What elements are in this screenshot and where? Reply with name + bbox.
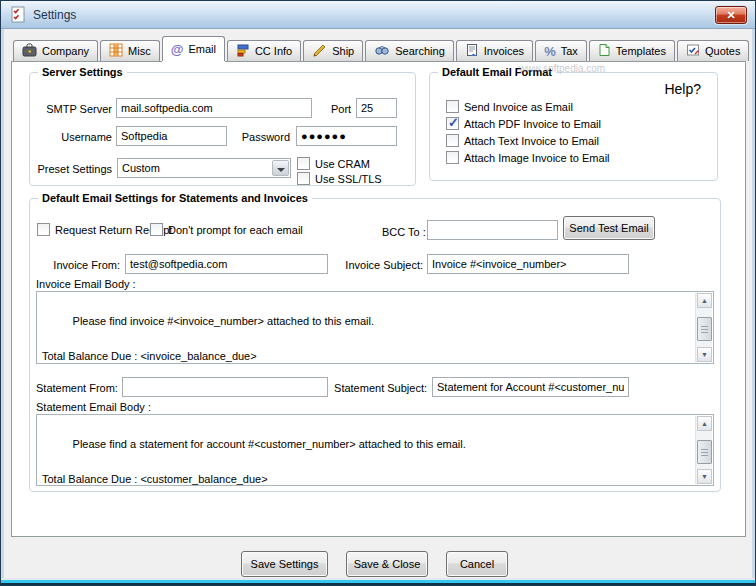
tab-label: Searching xyxy=(395,45,445,57)
use-cram-checkbox[interactable] xyxy=(297,157,310,170)
tab-label: Quotes xyxy=(705,45,740,57)
username-input[interactable] xyxy=(116,126,227,146)
password-input[interactable] xyxy=(296,126,397,146)
dont-prompt-checkbox[interactable] xyxy=(150,223,163,236)
tab-searching[interactable]: Searching xyxy=(365,40,454,61)
smtp-server-input[interactable] xyxy=(116,98,312,118)
close-button[interactable]: ✕ xyxy=(715,6,747,24)
tab-misc[interactable]: Misc xyxy=(100,40,160,61)
attach-pdf-row: Attach PDF Invoice to Email xyxy=(446,117,601,130)
option-label: Attach Text Invoice to Email xyxy=(464,135,599,147)
tab-label: Tax xyxy=(561,45,578,57)
bcc-to-label: BCC To : xyxy=(382,226,426,238)
scroll-up-icon[interactable] xyxy=(697,293,712,308)
tab-label: Company xyxy=(42,45,89,57)
attach-image-checkbox[interactable] xyxy=(446,151,459,164)
attach-text-checkbox[interactable] xyxy=(446,134,459,147)
dont-prompt-row: Don't prompt for each email xyxy=(150,223,303,236)
statement-subject-input[interactable] xyxy=(432,377,629,397)
document-icon xyxy=(598,43,611,59)
dropdown-button[interactable] xyxy=(272,160,289,176)
attach-text-row: Attach Text Invoice to Email xyxy=(446,134,599,147)
server-settings-group: Server Settings SMTP Server Port Usernam… xyxy=(29,72,416,186)
tab-label: Email xyxy=(188,43,216,55)
window-bottom-frame xyxy=(1,578,755,585)
tab-invoices[interactable]: Invoices xyxy=(456,40,533,61)
port-label: Port xyxy=(331,103,351,115)
scroll-down-icon[interactable] xyxy=(697,469,712,484)
statement-subject-label: Statement Subject: xyxy=(332,382,427,394)
invoice-from-label: Invoice From: xyxy=(50,259,120,271)
help-link[interactable]: Help? xyxy=(664,81,701,97)
settings-window: Settings ✕ www.softpedia.com Company Mis… xyxy=(0,0,756,586)
bcc-to-input[interactable] xyxy=(427,220,558,240)
group-title: Server Settings xyxy=(38,66,127,78)
send-invoice-as-email-row: Send Invoice as Email xyxy=(446,100,573,113)
send-invoice-as-email-checkbox[interactable] xyxy=(446,100,459,113)
tab-ship[interactable]: Ship xyxy=(303,40,363,61)
close-icon: ✕ xyxy=(726,9,735,21)
use-ssl-label: Use SSL/TLS xyxy=(315,173,382,185)
preset-settings-label: Preset Settings xyxy=(32,163,112,175)
password-label: Password xyxy=(230,131,290,143)
tab-company[interactable]: Company xyxy=(13,40,98,61)
invoice-from-input[interactable] xyxy=(125,254,328,274)
scroll-down-icon[interactable] xyxy=(697,347,712,362)
option-label: Attach PDF Invoice to Email xyxy=(464,118,601,130)
tab-label: Invoices xyxy=(484,45,524,57)
tab-quotes[interactable]: Quotes xyxy=(677,40,749,61)
cancel-button[interactable]: Cancel xyxy=(446,551,508,577)
send-test-email-button[interactable]: Send Test Email xyxy=(563,216,655,240)
use-cram-row: Use CRAM xyxy=(297,157,370,170)
invoice-email-body-label: Invoice Email Body : xyxy=(36,278,136,290)
binoculars-icon xyxy=(374,43,390,59)
statement-email-body-textarea[interactable]: Please find a statement for account #<cu… xyxy=(36,414,714,486)
invoice-subject-input[interactable] xyxy=(427,254,629,274)
tab-cc-info[interactable]: CC Info xyxy=(227,40,301,61)
invoice-subject-label: Invoice Subject: xyxy=(338,259,423,271)
username-label: Username xyxy=(40,131,112,143)
window-title: Settings xyxy=(33,8,76,22)
port-input[interactable] xyxy=(356,98,397,118)
chevron-down-icon xyxy=(277,168,285,172)
scrollbar-thumb[interactable] xyxy=(697,440,712,464)
scroll-up-icon[interactable] xyxy=(697,416,712,431)
use-ssl-checkbox[interactable] xyxy=(297,172,310,185)
default-email-settings-group: Default Email Settings for Statements an… xyxy=(29,198,721,492)
preset-settings-dropdown[interactable]: Custom xyxy=(117,158,291,178)
titlebar[interactable]: Settings ✕ xyxy=(1,1,755,29)
invoice-icon xyxy=(465,43,479,59)
scrollbar-thumb[interactable] xyxy=(697,317,712,341)
use-cram-label: Use CRAM xyxy=(315,158,370,170)
tab-templates[interactable]: Templates xyxy=(589,40,675,61)
ship-icon xyxy=(312,43,327,59)
scrollbar[interactable] xyxy=(695,293,712,362)
dont-prompt-label: Don't prompt for each email xyxy=(168,224,303,236)
smtp-server-label: SMTP Server xyxy=(40,103,112,115)
attach-pdf-checkbox[interactable] xyxy=(446,117,459,130)
tab-label: Templates xyxy=(616,45,666,57)
tab-label: Misc xyxy=(128,45,151,57)
tab-label: Ship xyxy=(332,45,354,57)
grid-icon xyxy=(109,43,123,59)
option-label: Attach Image Invoice to Email xyxy=(464,152,610,164)
pencil-check-icon xyxy=(686,43,700,59)
attach-image-row: Attach Image Invoice to Email xyxy=(446,151,610,164)
invoice-email-body-textarea[interactable]: Please find invoice #<invoice_number> at… xyxy=(36,291,714,364)
email-tab-page: Server Settings SMTP Server Port Usernam… xyxy=(11,61,746,537)
briefcase-icon xyxy=(22,43,37,59)
option-label: Send Invoice as Email xyxy=(464,101,573,113)
save-settings-button[interactable]: Save Settings xyxy=(241,551,328,577)
save-and-close-button[interactable]: Save & Close xyxy=(346,551,428,577)
default-email-format-group: Default Email Format Help? Send Invoice … xyxy=(429,72,718,181)
use-ssl-row: Use SSL/TLS xyxy=(297,172,382,185)
request-return-receipt-checkbox[interactable] xyxy=(37,223,50,236)
percent-icon: % xyxy=(544,45,556,58)
credit-card-icon xyxy=(236,43,250,59)
tab-tax[interactable]: % Tax xyxy=(535,40,587,61)
statement-from-input[interactable] xyxy=(122,377,328,397)
tab-strip: Company Misc @ Email CC Info Ship Search… xyxy=(13,36,751,61)
tab-email[interactable]: @ Email xyxy=(162,36,225,61)
scrollbar[interactable] xyxy=(695,416,712,484)
invoice-email-body-text: Please find invoice #<invoice_number> at… xyxy=(42,315,374,362)
